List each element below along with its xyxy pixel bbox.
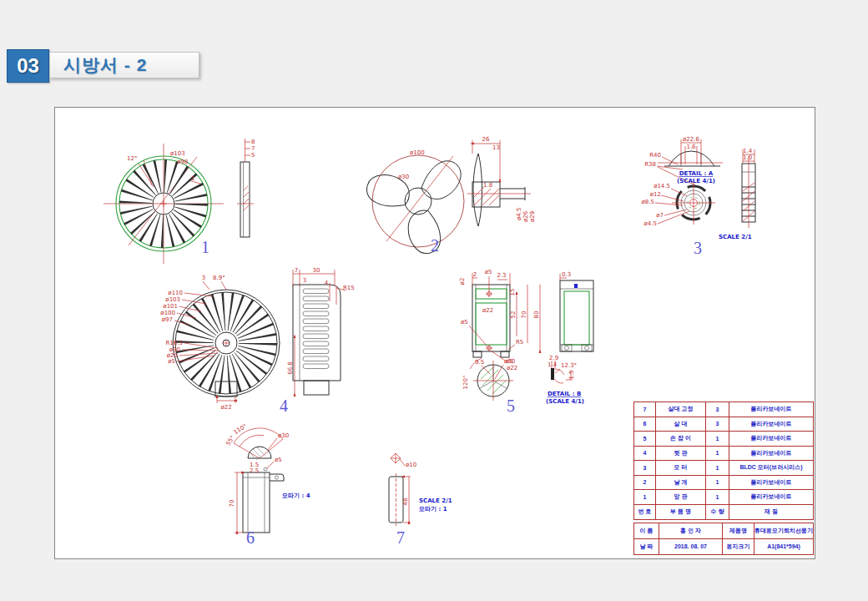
dim-label: 52 (510, 311, 517, 319)
part2-number: 2 (431, 236, 439, 255)
dim-label: 5 (251, 152, 255, 159)
dim-label: ø14.5 (654, 183, 670, 189)
cell-material: 폴리카보네이트 (729, 402, 813, 417)
part3-detail-a: ø22.6 1.6 R40 R38 DETAIL : A (SCALE 4/1) (644, 136, 723, 189)
dim-label: ø97 (162, 316, 173, 323)
dim-label: ø2 (459, 278, 466, 285)
dim-label: R5 (516, 339, 523, 346)
dim-label: ø30 (504, 358, 515, 365)
cell-material: 폴리카보네이트 (729, 476, 813, 491)
dim-label: R40 (649, 152, 661, 159)
cell-qty: 1 (706, 447, 729, 462)
part4-side-view: 7 30 3 4 R15 (293, 267, 355, 395)
dim-label: 7 (251, 145, 255, 152)
cell-qty: 3 (706, 402, 729, 417)
slide-title: 시방서 - 2 (49, 52, 199, 78)
dim-label: 1.8 (483, 182, 492, 189)
cell-part-name: 손 잡 이 (656, 432, 706, 447)
dim-label: 26 (482, 136, 490, 143)
part5-side-view: 0.3 (560, 271, 593, 351)
dim-label: R15 (343, 285, 355, 291)
header-material: 재 질 (729, 505, 813, 520)
cell-material: 폴리카보네이트 (729, 417, 813, 432)
dim-label: ø103 (170, 150, 185, 157)
dim-label: ø100 (160, 310, 175, 316)
part3-side-view: 1.4 1.0 (742, 148, 755, 228)
dim-label: 8 (251, 139, 255, 145)
dim-label: 1.4 (548, 361, 558, 368)
label-date: 날 짜 (634, 539, 659, 555)
cell-part-no: 3 (634, 461, 656, 476)
dim-label: 70 (229, 500, 235, 508)
value-paper-size: A1(841*594) (754, 539, 813, 555)
part6-note: 모따기 : 4 (282, 492, 310, 499)
dim-label: 7 (295, 267, 298, 274)
dim-label: 48 (402, 498, 409, 506)
part5-number: 5 (507, 396, 515, 415)
cell-qty: 1 (706, 461, 729, 476)
detail-b-scale: (SCALE 4/1) (546, 398, 584, 405)
cell-part-no: 4 (634, 447, 656, 462)
cell-part-name: 모 터 (656, 461, 706, 476)
label-paper-size: 용지크기 (723, 539, 754, 555)
dim-label: 120° (462, 376, 469, 390)
value-date: 2018. 08. 07 (659, 539, 723, 555)
part1-side-view: 8 7 5 (237, 139, 255, 237)
dim-label: 2.5 (250, 467, 259, 474)
dim-label: ø5 (168, 358, 175, 365)
dim-label: 1 (191, 175, 194, 182)
cell-part-no: 7 (634, 402, 656, 417)
dim-label: ø30 (398, 174, 409, 180)
detail-a-scale: (SCALE 4/1) (677, 178, 715, 184)
dim-label: ø100 (410, 149, 425, 156)
label-product: 제품명 (723, 523, 754, 539)
cell-part-name: 날 개 (656, 476, 706, 491)
dim-label: R38 (644, 161, 656, 168)
dim-label: 0.3 (562, 271, 571, 278)
dim-label: ø10 (406, 462, 416, 468)
cell-material: 폴리카보네이트 (729, 490, 813, 505)
part4-number: 4 (280, 396, 288, 415)
dim-label: ø29 (529, 211, 536, 222)
dim-label: ø4.5 (516, 208, 522, 220)
cell-part-name: 살 대 (656, 417, 706, 432)
part2-front-view: ø100 ø30 (362, 149, 464, 258)
header-qty: 수 량 (706, 505, 729, 520)
dim-label: 70 (521, 311, 527, 319)
dim-label: ø22 (482, 307, 493, 314)
dim-label: 110° (233, 422, 249, 436)
dim-label: ø103 (165, 296, 180, 303)
part1-number: 1 (201, 238, 209, 256)
dim-label: 12.3° (561, 362, 577, 369)
dim-label: ø7 (656, 212, 664, 219)
cell-qty: 1 (706, 476, 729, 491)
dim-label: ø5 (461, 319, 468, 326)
cell-part-no: 6 (634, 417, 656, 432)
dim-label: 15 (509, 289, 516, 296)
dim-label: 1.6 (686, 144, 696, 150)
part2-side-view: 26 13 1.8 ø4.5 ø26 ø29 (467, 136, 536, 226)
dim-label: 1.5 (568, 370, 575, 379)
dim-label: 30 (313, 267, 320, 274)
parts-table: 7 살대 고정 3 폴리카보네이트 6 살 대 3 폴리카보네이트 5 손 잡 … (633, 402, 814, 520)
part5-detail-b: 2.9 1.4 12.3° 1.5 DETAIL : B (SCALE 4/1) (546, 355, 584, 405)
dim-label: 2 (473, 271, 477, 278)
slide-number-badge: 03 (7, 49, 49, 83)
cell-part-name: 앞 판 (656, 490, 706, 505)
dim-label: ø8.5 (642, 199, 654, 205)
dim-label: 80 (533, 311, 540, 319)
dim-label: 9.5 (475, 359, 484, 366)
part5-bottom-view: 9.5 ø30 ø22 120° (462, 358, 517, 401)
value-product: 휴대용모기퇴치선풍기 (754, 523, 813, 539)
cell-material: 폴리카보네이트 (729, 432, 813, 447)
dim-label: ø101 (163, 303, 178, 310)
cell-qty: 1 (706, 490, 729, 505)
part3-number: 3 (694, 239, 702, 257)
part7-view: ø10 48 SCALE 2/1 모따기 : 1 (389, 453, 452, 526)
dim-label: 3 (202, 275, 205, 281)
slide-page: 03 시방서 - 2 12° ø103 ø98 (0, 0, 868, 601)
dim-label: 55° (225, 435, 236, 447)
drawing-sheet: 12° ø103 ø98 1 8 7 5 1 (54, 107, 815, 559)
dim-label: ø5 (485, 269, 492, 275)
dim-label: ø12 (650, 191, 661, 198)
